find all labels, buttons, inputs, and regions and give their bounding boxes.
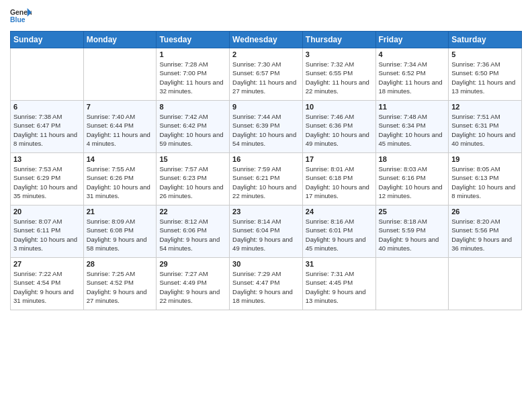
day-cell: 26Sunrise: 8:20 AM Sunset: 5:56 PM Dayli… (449, 205, 522, 258)
day-number: 30 (232, 260, 300, 268)
day-info: Sunrise: 8:03 AM Sunset: 6:16 PM Dayligh… (379, 165, 446, 200)
day-cell: 2Sunrise: 7:30 AM Sunset: 6:57 PM Daylig… (230, 48, 303, 101)
day-cell: 24Sunrise: 8:16 AM Sunset: 6:01 PM Dayli… (302, 205, 375, 258)
day-cell: 4Sunrise: 7:34 AM Sunset: 6:52 PM Daylig… (375, 48, 449, 101)
day-cell (375, 258, 449, 310)
logo: General Blue (10, 7, 32, 26)
day-info: Sunrise: 7:36 AM Sunset: 6:50 PM Dayligh… (451, 60, 519, 95)
day-info: Sunrise: 8:18 AM Sunset: 5:59 PM Dayligh… (379, 217, 446, 253)
day-info: Sunrise: 7:53 AM Sunset: 6:29 PM Dayligh… (13, 165, 81, 200)
day-info: Sunrise: 7:59 AM Sunset: 6:21 PM Dayligh… (232, 165, 300, 200)
day-cell: 1Sunrise: 7:28 AM Sunset: 7:00 PM Daylig… (157, 48, 230, 101)
day-info: Sunrise: 7:42 AM Sunset: 6:42 PM Dayligh… (159, 112, 226, 148)
day-info: Sunrise: 7:22 AM Sunset: 4:54 PM Dayligh… (13, 269, 81, 305)
day-cell: 14Sunrise: 7:55 AM Sunset: 6:26 PM Dayli… (83, 153, 157, 205)
day-info: Sunrise: 8:20 AM Sunset: 5:56 PM Dayligh… (451, 217, 519, 253)
day-number: 6 (13, 103, 81, 111)
day-number: 14 (87, 155, 154, 163)
day-number: 18 (379, 155, 446, 163)
day-number: 17 (306, 155, 373, 163)
day-cell: 5Sunrise: 7:36 AM Sunset: 6:50 PM Daylig… (449, 48, 522, 101)
day-cell: 19Sunrise: 8:05 AM Sunset: 6:13 PM Dayli… (449, 153, 522, 205)
day-number: 31 (306, 260, 373, 268)
week-row-5: 27Sunrise: 7:22 AM Sunset: 4:54 PM Dayli… (11, 258, 522, 310)
day-number: 22 (159, 208, 226, 216)
day-info: Sunrise: 8:14 AM Sunset: 6:04 PM Dayligh… (232, 217, 300, 253)
day-cell: 23Sunrise: 8:14 AM Sunset: 6:04 PM Dayli… (230, 205, 303, 258)
day-info: Sunrise: 7:31 AM Sunset: 4:45 PM Dayligh… (306, 269, 373, 305)
day-info: Sunrise: 7:27 AM Sunset: 4:49 PM Dayligh… (159, 269, 226, 305)
day-cell: 20Sunrise: 8:07 AM Sunset: 6:11 PM Dayli… (11, 205, 84, 258)
day-number: 13 (13, 155, 81, 163)
day-number: 28 (87, 260, 154, 268)
week-row-2: 6Sunrise: 7:38 AM Sunset: 6:47 PM Daylig… (11, 101, 522, 153)
day-cell: 18Sunrise: 8:03 AM Sunset: 6:16 PM Dayli… (375, 153, 449, 205)
day-info: Sunrise: 7:40 AM Sunset: 6:44 PM Dayligh… (87, 112, 154, 148)
day-info: Sunrise: 7:57 AM Sunset: 6:23 PM Dayligh… (159, 165, 226, 200)
day-number: 16 (232, 155, 300, 163)
day-cell (449, 258, 522, 310)
day-number: 3 (306, 50, 373, 58)
column-header-tuesday: Tuesday (157, 32, 230, 48)
calendar-table: SundayMondayTuesdayWednesdayThursdayFrid… (10, 31, 522, 310)
day-number: 27 (13, 260, 81, 268)
day-number: 19 (451, 155, 519, 163)
day-number: 9 (232, 103, 300, 111)
logo-icon: General Blue (10, 7, 32, 26)
day-number: 4 (379, 50, 446, 58)
week-row-1: 1Sunrise: 7:28 AM Sunset: 7:00 PM Daylig… (11, 48, 522, 101)
day-cell: 15Sunrise: 7:57 AM Sunset: 6:23 PM Dayli… (157, 153, 230, 205)
day-cell: 17Sunrise: 8:01 AM Sunset: 6:18 PM Dayli… (302, 153, 375, 205)
day-info: Sunrise: 7:29 AM Sunset: 4:47 PM Dayligh… (232, 269, 300, 305)
day-cell: 29Sunrise: 7:27 AM Sunset: 4:49 PM Dayli… (157, 258, 230, 310)
day-number: 7 (87, 103, 154, 111)
day-number: 1 (159, 50, 226, 58)
day-number: 20 (13, 208, 81, 216)
day-info: Sunrise: 7:32 AM Sunset: 6:55 PM Dayligh… (306, 60, 373, 95)
day-number: 5 (451, 50, 519, 58)
day-number: 2 (232, 50, 300, 58)
svg-text:Blue: Blue (10, 16, 26, 24)
day-number: 25 (379, 208, 446, 216)
day-info: Sunrise: 7:44 AM Sunset: 6:39 PM Dayligh… (232, 112, 300, 148)
day-cell: 28Sunrise: 7:25 AM Sunset: 4:52 PM Dayli… (83, 258, 157, 310)
day-info: Sunrise: 8:07 AM Sunset: 6:11 PM Dayligh… (13, 217, 81, 253)
day-cell: 6Sunrise: 7:38 AM Sunset: 6:47 PM Daylig… (11, 101, 84, 153)
day-number: 15 (159, 155, 226, 163)
day-cell: 12Sunrise: 7:51 AM Sunset: 6:31 PM Dayli… (449, 101, 522, 153)
day-info: Sunrise: 7:55 AM Sunset: 6:26 PM Dayligh… (87, 165, 154, 200)
day-info: Sunrise: 8:05 AM Sunset: 6:13 PM Dayligh… (451, 165, 519, 200)
day-cell: 30Sunrise: 7:29 AM Sunset: 4:47 PM Dayli… (230, 258, 303, 310)
header: General Blue (10, 7, 522, 26)
day-info: Sunrise: 7:34 AM Sunset: 6:52 PM Dayligh… (379, 60, 446, 95)
day-cell: 10Sunrise: 7:46 AM Sunset: 6:36 PM Dayli… (302, 101, 375, 153)
day-info: Sunrise: 8:16 AM Sunset: 6:01 PM Dayligh… (306, 217, 373, 253)
day-cell: 16Sunrise: 7:59 AM Sunset: 6:21 PM Dayli… (230, 153, 303, 205)
header-row: SundayMondayTuesdayWednesdayThursdayFrid… (11, 32, 522, 48)
column-header-wednesday: Wednesday (230, 32, 303, 48)
day-number: 10 (306, 103, 373, 111)
week-row-3: 13Sunrise: 7:53 AM Sunset: 6:29 PM Dayli… (11, 153, 522, 205)
day-cell: 8Sunrise: 7:42 AM Sunset: 6:42 PM Daylig… (157, 101, 230, 153)
day-number: 29 (159, 260, 226, 268)
day-number: 21 (87, 208, 154, 216)
day-cell: 27Sunrise: 7:22 AM Sunset: 4:54 PM Dayli… (11, 258, 84, 310)
page: General Blue SundayMondayTuesdayWednesda… (0, 0, 532, 411)
day-cell: 25Sunrise: 8:18 AM Sunset: 5:59 PM Dayli… (375, 205, 449, 258)
day-cell: 31Sunrise: 7:31 AM Sunset: 4:45 PM Dayli… (302, 258, 375, 310)
day-number: 23 (232, 208, 300, 216)
day-info: Sunrise: 7:25 AM Sunset: 4:52 PM Dayligh… (87, 269, 154, 305)
column-header-friday: Friday (375, 32, 449, 48)
day-cell: 3Sunrise: 7:32 AM Sunset: 6:55 PM Daylig… (302, 48, 375, 101)
day-number: 8 (159, 103, 226, 111)
day-info: Sunrise: 7:28 AM Sunset: 7:00 PM Dayligh… (159, 60, 226, 95)
day-info: Sunrise: 7:48 AM Sunset: 6:34 PM Dayligh… (379, 112, 446, 148)
day-cell: 13Sunrise: 7:53 AM Sunset: 6:29 PM Dayli… (11, 153, 84, 205)
day-info: Sunrise: 8:09 AM Sunset: 6:08 PM Dayligh… (87, 217, 154, 253)
column-header-monday: Monday (83, 32, 157, 48)
day-cell: 9Sunrise: 7:44 AM Sunset: 6:39 PM Daylig… (230, 101, 303, 153)
day-info: Sunrise: 8:01 AM Sunset: 6:18 PM Dayligh… (306, 165, 373, 200)
day-cell: 11Sunrise: 7:48 AM Sunset: 6:34 PM Dayli… (375, 101, 449, 153)
day-info: Sunrise: 8:12 AM Sunset: 6:06 PM Dayligh… (159, 217, 226, 253)
day-info: Sunrise: 7:38 AM Sunset: 6:47 PM Dayligh… (13, 112, 81, 148)
